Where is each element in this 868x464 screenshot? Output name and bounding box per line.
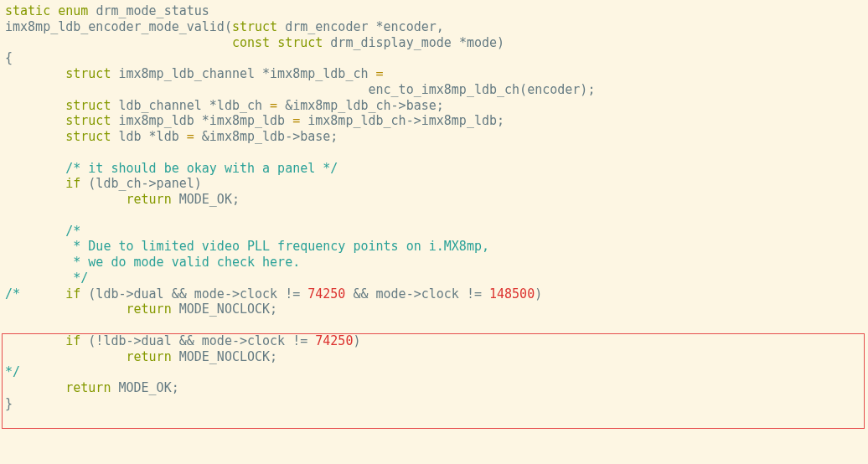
comment-block-line: * we do mode valid check here. (65, 255, 300, 270)
kw-struct: struct (65, 98, 111, 113)
comment-out-start: /* (5, 286, 20, 302)
literal-num: 74250 (307, 286, 345, 302)
op-eq: = (270, 98, 277, 113)
kw-return: return (65, 380, 111, 395)
ret-val: MODE_OK; (118, 380, 178, 395)
kw-if: if (65, 333, 80, 348)
comment-block-start: /* (65, 224, 80, 239)
kw-struct: struct (65, 129, 111, 144)
cond-part: ) (535, 286, 542, 302)
param-type: drm_encoder (285, 19, 368, 34)
paren: ( (225, 19, 232, 34)
comment-out-end: */ (5, 364, 20, 379)
kw-struct: struct (277, 35, 323, 50)
kw-static: static (5, 3, 50, 18)
decl-var: *imx8mp_ldb_ch (262, 66, 368, 81)
expr-rhs: imx8mp_ldb_ch->imx8mp_ldb; (307, 113, 504, 128)
comment-panel: /* it should be okay with a panel */ (65, 161, 338, 176)
kw-return: return (127, 192, 172, 207)
kw-const: const (232, 35, 270, 50)
kw-if: if (65, 286, 80, 302)
op-eq: = (292, 113, 300, 128)
op-eq: = (376, 66, 384, 81)
literal-num: 148500 (489, 286, 535, 302)
paren: ) (497, 35, 504, 50)
cond-expr: (ldb_ch->panel) (88, 176, 201, 191)
brace-close: } (5, 396, 13, 411)
kw-return: return (127, 302, 172, 317)
code-block: static enum drm_mode_status imx8mp_ldb_e… (0, 3, 868, 412)
param-name: *encoder (376, 19, 437, 34)
ret-val: MODE_OK; (179, 192, 240, 207)
cond-part: (!ldb->dual && mode->clock != (88, 333, 307, 348)
ret-val: MODE_NOCLOCK; (179, 302, 277, 317)
decl-type: ldb (118, 129, 141, 144)
type-return: drm_mode_status (96, 3, 209, 18)
kw-struct: struct (65, 113, 111, 128)
kw-struct: struct (65, 66, 111, 81)
literal-num: 74250 (315, 333, 353, 348)
kw-if: if (65, 176, 80, 191)
decl-var: *ldb (149, 129, 179, 144)
comma: , (437, 19, 444, 34)
decl-type: imx8mp_ldb_channel (118, 66, 255, 81)
cond-part: ) (353, 333, 360, 348)
comment-block-line: * Due to limited video PLL frequency poi… (65, 239, 489, 254)
cond-part: (ldb->dual && mode->clock != (88, 286, 300, 302)
expr-rhs: &imx8mp_ldb->base; (202, 129, 338, 144)
decl-var: *ldb_ch (209, 98, 262, 113)
expr-call: enc_to_imx8mp_ldb_ch(encoder); (368, 82, 595, 97)
kw-enum: enum (58, 3, 88, 18)
param-name: *mode (459, 35, 497, 50)
fn-name: imx8mp_ldb_encoder_mode_valid (5, 19, 225, 34)
comment-block-end: */ (65, 271, 88, 286)
op-eq: = (187, 129, 194, 144)
decl-type: ldb_channel (118, 98, 201, 113)
cond-part: && mode->clock != (353, 286, 482, 302)
kw-struct: struct (232, 19, 277, 34)
brace-open: { (5, 50, 13, 65)
decl-var: *imx8mp_ldb (202, 113, 285, 128)
expr-rhs: &imx8mp_ldb_ch->base; (285, 98, 444, 113)
ret-val: MODE_NOCLOCK; (179, 349, 277, 364)
decl-type: imx8mp_ldb (118, 113, 194, 128)
kw-return: return (127, 349, 172, 364)
param-type: drm_display_mode (330, 35, 452, 50)
